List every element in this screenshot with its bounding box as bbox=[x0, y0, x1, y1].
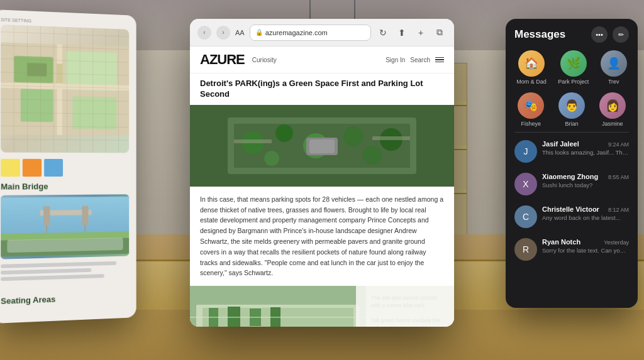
messages-panel[interactable]: Messages ••• ✏ 🏠 Mom & Dad 🌿 Park Projec… bbox=[506, 19, 638, 308]
contact-park-project[interactable]: 🌿 Park Project bbox=[558, 50, 589, 85]
article-bottom-section: The site also serves cyclists with a cor… bbox=[190, 286, 454, 327]
msg-time-ryan-notch: Yesterday bbox=[604, 239, 629, 246]
browser-forward-button[interactable]: › bbox=[216, 26, 230, 40]
browser-window[interactable]: ‹ › AA 🔒 azuremagazine.com ↻ ⬆ + ⧉ AZURE… bbox=[190, 19, 454, 327]
panel-text-lines bbox=[1, 261, 129, 281]
contacts-row-1: 🏠 Mom & Dad 🌿 Park Project 👤 Trev bbox=[506, 48, 638, 90]
msg-header-ryan-notch: Ryan Notch Yesterday bbox=[542, 238, 629, 246]
svg-rect-41 bbox=[366, 286, 454, 327]
contact-name-brian: Brian bbox=[565, 121, 578, 127]
nav-links: Curiosity bbox=[252, 57, 277, 63]
browser-back-button[interactable]: ‹ bbox=[197, 26, 211, 40]
sticky-note-yellow bbox=[1, 159, 20, 177]
bridge-svg bbox=[1, 194, 129, 259]
bottom-svg bbox=[190, 286, 454, 327]
svg-rect-1 bbox=[14, 56, 53, 83]
sticky-note-blue bbox=[44, 159, 63, 177]
article-navbar: AZURE Curiosity Sign In Search bbox=[190, 46, 454, 74]
msg-name-xiaomeng: Xiaomeng Zhong bbox=[542, 173, 598, 180]
svg-rect-29 bbox=[309, 139, 335, 153]
msg-content-ryan-notch: Ryan Notch Yesterday Sorry for the late … bbox=[542, 238, 629, 261]
browser-chrome: ‹ › AA 🔒 azuremagazine.com ↻ ⬆ + ⧉ bbox=[190, 19, 454, 46]
svg-point-26 bbox=[264, 151, 279, 166]
svg-rect-8 bbox=[27, 63, 47, 77]
avatar-jasif: J bbox=[514, 140, 537, 163]
msg-time-jasif: 9:24 AM bbox=[608, 141, 629, 148]
msg-name-christelle: Christelle Victoor bbox=[542, 205, 599, 213]
msg-time-christelle: 8:12 AM bbox=[608, 207, 629, 213]
contact-trev[interactable]: 👤 Trev bbox=[601, 50, 627, 85]
svg-rect-37 bbox=[228, 307, 240, 327]
bridge-image bbox=[1, 194, 129, 259]
avatar-fisheye: 🎭 bbox=[518, 92, 544, 119]
message-item-jasif[interactable]: J Jasif Jaleel 9:24 AM This looks amazin… bbox=[506, 135, 638, 168]
msg-preview-christelle: Any word back on the latest... bbox=[542, 214, 629, 221]
messages-more-button[interactable]: ••• bbox=[591, 26, 608, 43]
svg-rect-15 bbox=[43, 206, 50, 226]
map-svg bbox=[1, 25, 129, 153]
caption-text-2: Tall green berms mediate the soil condit… bbox=[371, 317, 445, 327]
browser-action-buttons: ↻ ⬆ + ⧉ bbox=[376, 26, 447, 40]
messages-header-icons: ••• ✏ bbox=[591, 26, 629, 43]
tabs-button[interactable]: ⧉ bbox=[433, 26, 447, 40]
svg-rect-31 bbox=[372, 136, 410, 140]
article-bottom-image: The site also serves cyclists with a cor… bbox=[190, 286, 454, 327]
msg-preview-jasif: This looks amazing, Jasif... This looks … bbox=[542, 149, 629, 156]
contact-mom-dad[interactable]: 🏠 Mom & Dad bbox=[516, 50, 547, 85]
messages-title: Messages bbox=[514, 28, 565, 41]
contact-brian[interactable]: 👨 Brian bbox=[558, 92, 585, 127]
msg-header-xiaomeng: Xiaomeng Zhong 8:55 AM bbox=[542, 173, 629, 180]
msg-content-christelle: Christelle Victoor 8:12 AM Any word back… bbox=[542, 205, 629, 228]
msg-name-ryan-notch: Ryan Notch bbox=[542, 238, 580, 246]
msg-preview-ryan-notch: Sorry for the late text. Can you send me… bbox=[542, 247, 629, 254]
contact-name-fisheye: Fisheye bbox=[521, 121, 541, 127]
nav-curiosity[interactable]: Curiosity bbox=[252, 57, 277, 63]
svg-rect-30 bbox=[234, 139, 272, 143]
message-item-ryan-notch[interactable]: R Ryan Notch Yesterday Sorry for the lat… bbox=[506, 233, 638, 266]
article-content[interactable]: AZURE Curiosity Sign In Search Detroit's… bbox=[190, 46, 454, 327]
reload-button[interactable]: ↻ bbox=[376, 26, 390, 40]
message-list[interactable]: J Jasif Jaleel 9:24 AM This looks amazin… bbox=[506, 135, 638, 308]
avatar-mom-dad: 🏠 bbox=[518, 50, 545, 77]
svg-line-6 bbox=[1, 85, 129, 89]
msg-preview-xiaomeng: Sushi lunch today? bbox=[542, 182, 629, 188]
contacts-row-2: 🎭 Fisheye 👨 Brian 👩 Jasmine bbox=[506, 90, 638, 132]
article-hero-image bbox=[190, 105, 454, 187]
nav-right: Sign In Search bbox=[386, 57, 444, 63]
menu-icon[interactable] bbox=[435, 57, 444, 63]
msg-content-jasif: Jasif Jaleel 9:24 AM This looks amazing,… bbox=[542, 140, 629, 163]
messages-divider bbox=[514, 132, 629, 133]
azure-logo: AZURE bbox=[200, 52, 245, 68]
sign-in-link[interactable]: Sign In bbox=[386, 57, 405, 63]
reader-view-button[interactable]: AA bbox=[235, 29, 245, 36]
avatar-park-project: 🌿 bbox=[560, 50, 587, 77]
new-tab-button[interactable]: + bbox=[414, 26, 428, 40]
address-bar[interactable]: 🔒 azuremagazine.com bbox=[250, 25, 371, 41]
svg-point-22 bbox=[275, 124, 293, 142]
contact-jasmine[interactable]: 👩 Jasmine bbox=[599, 92, 626, 127]
message-item-xiaomeng[interactable]: X Xiaomeng Zhong 8:55 AM Sushi lunch tod… bbox=[506, 168, 638, 200]
svg-point-24 bbox=[343, 126, 364, 146]
avatar-ryan-notch: R bbox=[514, 238, 537, 261]
search-link[interactable]: Search bbox=[410, 57, 430, 63]
caption-text-1: The site also serves cyclists with a cor… bbox=[371, 295, 445, 310]
sticky-notes bbox=[1, 159, 129, 177]
lock-icon: 🔒 bbox=[255, 29, 263, 36]
share-button[interactable]: ⬆ bbox=[395, 26, 409, 40]
avatar-brian: 👨 bbox=[558, 92, 585, 119]
contact-name-jasmine: Jasmine bbox=[602, 121, 623, 127]
avatar-jasmine: 👩 bbox=[599, 92, 626, 119]
article-body-text: In this case, that means parking spots f… bbox=[190, 187, 454, 286]
svg-rect-16 bbox=[82, 206, 88, 226]
message-item-christelle[interactable]: C Christelle Victoor 8:12 AM Any word ba… bbox=[506, 200, 638, 233]
svg-rect-9 bbox=[1, 197, 129, 257]
messages-compose-button[interactable]: ✏ bbox=[613, 26, 629, 43]
contact-name-trev: Trev bbox=[608, 79, 619, 85]
msg-time-xiaomeng: 8:55 AM bbox=[608, 174, 629, 180]
contact-fisheye[interactable]: 🎭 Fisheye bbox=[518, 92, 544, 127]
avatar-christelle: C bbox=[514, 205, 537, 228]
contact-name-park: Park Project bbox=[558, 79, 589, 85]
msg-name-jasif: Jasif Jaleel bbox=[542, 140, 579, 148]
sticky-note-orange bbox=[23, 159, 42, 177]
article-header: Detroit's PARK(ing)s a Green Space First… bbox=[190, 74, 454, 105]
